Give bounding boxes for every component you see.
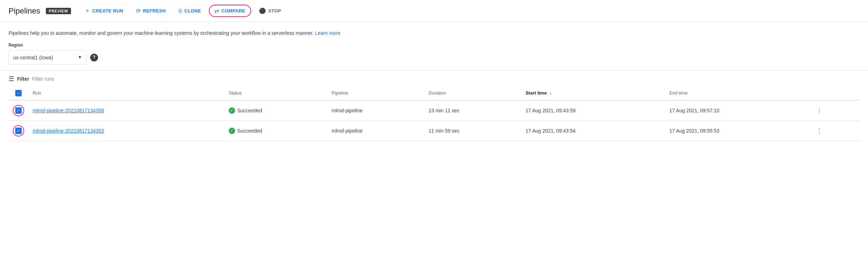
toolbar: Pipelines PREVIEW ＋ CREATE RUN ⟳ REFRESH… [0,0,868,22]
duration-cell-1: 11 min 59 sec [424,120,521,141]
run-link-0[interactable]: mlmd-pipeline-20210817134358 [33,108,104,113]
refresh-icon: ⟳ [136,7,141,14]
status-text-0: Succeeded [237,108,262,113]
status-icon-1: ✓ [229,128,235,134]
compare-icon: ⇄ [215,7,219,14]
run-link-1[interactable]: mlmd-pipeline-20210817134353 [33,128,104,134]
select-all-checkbox[interactable]: − [15,90,22,96]
filter-placeholder[interactable]: Filter runs [32,76,54,82]
description-text: Pipelines help you to automate, monitor … [9,30,314,36]
stop-button[interactable]: ⚫ STOP [254,5,286,17]
row-menu-button-1[interactable]: ⋮ [813,125,825,136]
col-end-time: End time [665,86,809,100]
region-section: Region us-central1 (Iowa) ▼ ? [9,42,859,65]
clone-button[interactable]: ⎗ CLONE [174,5,206,17]
learn-more-link[interactable]: Learn more [315,30,341,36]
col-start-time[interactable]: Start time ↓ [521,86,665,100]
row-checkbox-1[interactable]: ✓ [15,128,22,134]
stop-icon: ⚫ [259,7,266,14]
col-run: Run [28,86,224,100]
pipeline-cell-1: mlmd-pipeline [327,120,424,141]
col-actions [809,86,859,100]
runs-table: − Run Status Pipeline Duration Start tim… [9,86,859,141]
create-run-button[interactable]: ＋ CREATE RUN [80,4,129,17]
sort-down-icon: ↓ [549,91,552,96]
page-title: Pipelines [9,6,40,16]
preview-badge: PREVIEW [46,8,71,14]
filter-icon: ☰ [9,75,14,83]
compare-button[interactable]: ⇄ COMPARE [209,5,251,17]
row-menu-button-0[interactable]: ⋮ [813,105,825,116]
plus-icon: ＋ [85,7,90,15]
filter-row: ☰ Filter Filter runs [0,71,868,86]
region-value: us-central1 (Iowa) [13,54,74,61]
row-checkbox-0[interactable]: ✓ [15,107,22,114]
status-text-1: Succeeded [237,128,262,134]
refresh-button[interactable]: ⟳ REFRESH [131,5,171,17]
table-row: ✓ mlmd-pipeline-20210817134358 ✓ Succeed… [9,100,859,121]
region-label: Region [9,42,859,49]
chevron-down-icon: ▼ [78,54,82,61]
col-status: Status [224,86,327,100]
col-pipeline: Pipeline [327,86,424,100]
filter-label: Filter [17,76,29,82]
duration-cell-0: 13 min 11 sec [424,100,521,121]
help-icon[interactable]: ? [90,54,98,61]
region-select[interactable]: us-central1 (Iowa) ▼ [9,50,87,65]
end-time-cell-0: 17 Aug 2021, 09:57:10 [665,100,809,121]
runs-table-container: − Run Status Pipeline Duration Start tim… [0,86,868,141]
description-section: Pipelines help you to automate, monitor … [0,22,868,71]
pipeline-cell-0: mlmd-pipeline [327,100,424,121]
status-icon-0: ✓ [229,107,235,114]
col-duration: Duration [424,86,521,100]
table-row: ✓ mlmd-pipeline-20210817134353 ✓ Succeed… [9,120,859,141]
end-time-cell-1: 17 Aug 2021, 09:55:53 [665,120,809,141]
start-time-cell-1: 17 Aug 2021, 09:43:54 [521,120,665,141]
start-time-cell-0: 17 Aug 2021, 09:43:59 [521,100,665,121]
clone-icon: ⎗ [179,8,182,14]
